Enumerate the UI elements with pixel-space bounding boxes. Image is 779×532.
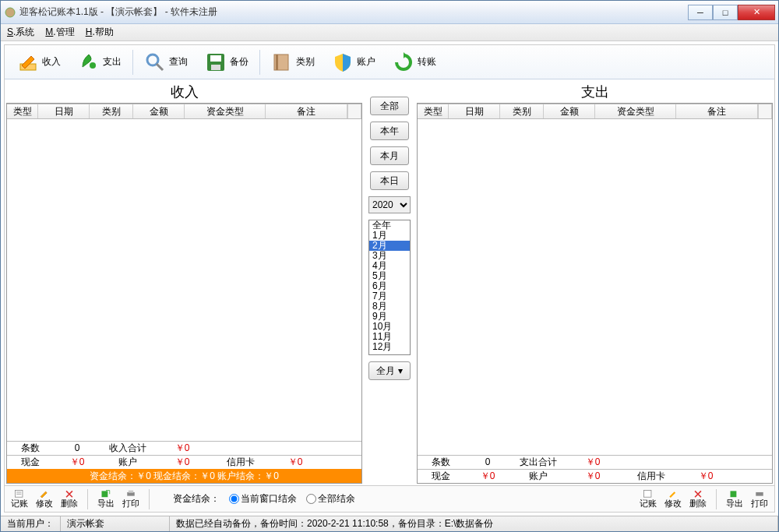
toolbar-account[interactable]: 账户: [324, 48, 383, 76]
svg-rect-7: [211, 65, 220, 70]
col-date[interactable]: 日期: [38, 104, 90, 118]
col-remark[interactable]: 备注: [266, 104, 347, 118]
svg-rect-16: [756, 491, 763, 495]
app-icon: [4, 6, 16, 19]
close-button[interactable]: ✕: [738, 5, 775, 20]
expense-table: 类型 日期 类别 金额 资金类型 备注 条数 0 支出合计 ￥0: [417, 103, 773, 484]
filter-day[interactable]: 本日: [370, 171, 409, 190]
refresh-icon: [393, 51, 414, 73]
expense-title: 支出: [417, 81, 773, 103]
note-icon: [13, 489, 26, 498]
bottom-toolbar: 记账 修改 删除 导出 打印 资金结余： 当前窗口结余 全部结余 记账 修改 删…: [5, 485, 774, 512]
btn-delete-r[interactable]: 删除: [688, 489, 708, 509]
statusbar: 当前用户： 演示帐套 数据已经自动备份，备份时间：2020-2-21 11:10…: [1, 516, 778, 531]
toolbar-expense[interactable]: 支出: [70, 48, 129, 76]
svg-rect-10: [16, 490, 23, 497]
window-title: 迎客松记账本1.1版 - 【演示帐套】 - 软件未注册: [19, 5, 688, 19]
svg-rect-14: [644, 490, 651, 497]
col-fundtype[interactable]: 资金类型: [185, 104, 266, 118]
btn-export-r[interactable]: 导出: [724, 489, 745, 509]
btn-print[interactable]: 打印: [121, 489, 141, 509]
filter-month[interactable]: 本月: [370, 146, 409, 165]
menu-system[interactable]: S.系统: [7, 26, 34, 39]
radio-all[interactable]: 全部结余: [301, 492, 355, 506]
income-table: 类型 日期 类别 金额 资金类型 备注 条数 0 收入合计 ￥0: [6, 103, 362, 484]
filter-column: 全部 本年 本月 本日 2020 全年1月2月3月4月5月6月7月8月9月10月…: [362, 81, 417, 484]
export-icon: [100, 489, 112, 498]
menu-help[interactable]: H.帮助: [86, 26, 114, 39]
svg-rect-11: [102, 491, 108, 497]
svg-rect-13: [129, 490, 133, 492]
svg-point-3: [147, 55, 158, 65]
menubar: S.系统 M.管理 H.帮助: [1, 24, 778, 41]
month-option[interactable]: 12月: [369, 342, 410, 352]
svg-point-0: [5, 8, 15, 17]
btn-edit[interactable]: 修改: [34, 489, 55, 509]
balance-summary: 资金结余：￥0 现金结余：￥0 账户结余：￥0: [7, 469, 361, 483]
col-type[interactable]: 类型: [7, 104, 38, 118]
col-category[interactable]: 类别: [90, 104, 133, 118]
titlebar: 迎客松记账本1.1版 - 【演示帐套】 - 软件未注册 ─ □ ✕: [1, 1, 778, 24]
toolbar-income[interactable]: 收入: [9, 48, 69, 76]
status-user-label: 当前用户：: [1, 516, 61, 531]
svg-point-2: [90, 62, 96, 69]
income-title: 收入: [6, 81, 362, 103]
toolbar-query[interactable]: 查询: [136, 48, 196, 76]
btn-print-r[interactable]: 打印: [749, 489, 770, 509]
btn-delete[interactable]: 删除: [59, 489, 79, 509]
toolbar-category[interactable]: 类别: [263, 48, 323, 76]
filter-year[interactable]: 本年: [370, 122, 409, 140]
status-user: 演示帐套: [61, 516, 170, 531]
filter-allmonth[interactable]: 全月 ▾: [368, 361, 411, 380]
save-icon: [205, 51, 227, 73]
maximize-button[interactable]: □: [713, 5, 738, 20]
filter-all[interactable]: 全部: [370, 97, 409, 115]
pencil-icon: [17, 51, 39, 73]
svg-rect-9: [276, 55, 278, 70]
btn-record-r[interactable]: 记账: [638, 489, 658, 509]
income-body[interactable]: [7, 119, 361, 441]
toolbar-backup[interactable]: 备份: [197, 48, 256, 76]
shield-icon: [332, 51, 354, 73]
balance-label: 资金结余：: [173, 492, 220, 506]
menu-manage[interactable]: M.管理: [45, 26, 74, 39]
year-select[interactable]: 2020: [368, 196, 411, 213]
svg-rect-6: [210, 55, 221, 62]
col-amount[interactable]: 金额: [133, 104, 185, 118]
expense-body[interactable]: [418, 119, 772, 455]
toolbar-transfer[interactable]: 转账: [385, 48, 444, 76]
radio-current-window[interactable]: 当前窗口结余: [224, 492, 297, 506]
svg-rect-15: [731, 491, 737, 497]
arrow-out-icon: [78, 51, 100, 73]
book-icon: [271, 51, 293, 73]
btn-export[interactable]: 导出: [96, 489, 116, 509]
search-icon: [144, 51, 166, 73]
edit-icon: [38, 489, 51, 498]
btn-edit-r[interactable]: 修改: [663, 489, 683, 509]
toolbar: 收入 支出 查询 备份 类别 账户: [5, 45, 774, 79]
btn-record[interactable]: 记账: [9, 489, 30, 509]
month-list[interactable]: 全年1月2月3月4月5月6月7月8月9月10月11月12月: [368, 220, 411, 355]
minimize-button[interactable]: ─: [688, 5, 713, 20]
status-backup: 数据已经自动备份，备份时间：2020-2-21 11:10:58，备份目录：E:…: [170, 516, 778, 531]
svg-line-4: [157, 64, 163, 70]
print-icon: [125, 489, 137, 498]
delete-icon: [63, 489, 76, 498]
